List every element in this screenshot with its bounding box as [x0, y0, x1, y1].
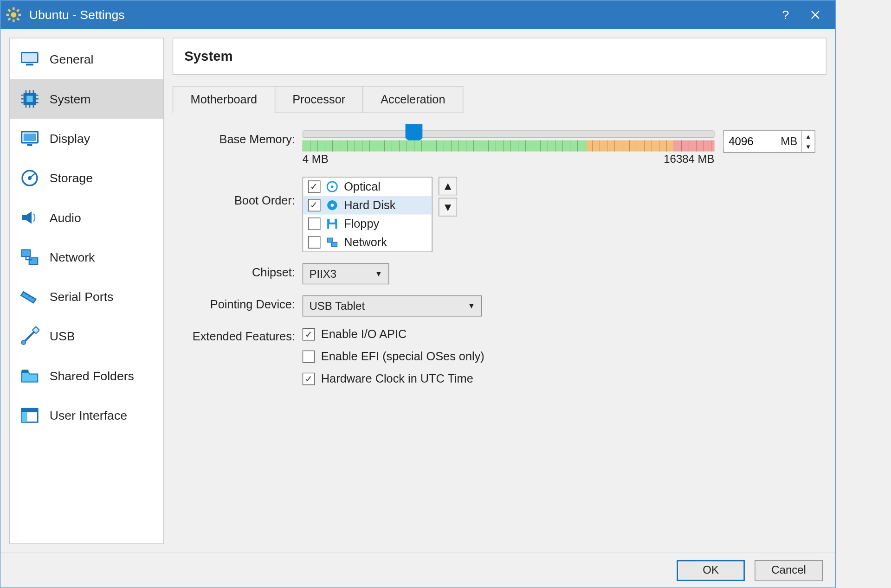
boot-item-optical[interactable]: Optical [303, 178, 432, 196]
arrow-up-icon: ▲ [442, 179, 453, 192]
svg-point-44 [331, 185, 333, 188]
svg-rect-49 [329, 224, 335, 229]
floppy-icon [325, 217, 339, 230]
sidebar-item-label: Serial Ports [50, 290, 155, 304]
io-apic-label: Enable I/O APIC [321, 327, 407, 341]
boot-floppy-checkbox[interactable] [308, 217, 321, 230]
base-memory-unit: MB [781, 135, 801, 148]
svg-rect-32 [22, 250, 31, 257]
tab-acceleration[interactable]: Acceleration [362, 86, 463, 113]
row-pointing-device: Pointing Device: USB Tablet ▼ [173, 295, 815, 316]
sidebar-item-label: General [50, 52, 155, 67]
svg-line-6 [17, 18, 19, 20]
sidebar-item-serial-ports[interactable]: Serial Ports [10, 277, 163, 316]
hard-disk-icon [325, 198, 339, 212]
ok-button[interactable]: OK [677, 560, 745, 581]
sidebar-item-label: System [50, 92, 155, 106]
base-memory-input[interactable] [724, 135, 781, 148]
help-button[interactable]: ? [771, 0, 801, 29]
svg-rect-50 [327, 238, 333, 242]
boot-item-network[interactable]: Network [303, 233, 432, 252]
close-button[interactable] [801, 0, 830, 29]
svg-rect-12 [26, 64, 33, 65]
sidebar-item-network[interactable]: Network [10, 237, 163, 277]
svg-point-0 [11, 12, 17, 18]
svg-point-38 [21, 340, 26, 345]
sidebar-item-display[interactable]: Display [10, 119, 163, 158]
pointing-device-combo[interactable]: USB Tablet ▼ [303, 295, 482, 316]
boot-network-checkbox[interactable] [308, 236, 321, 249]
tab-motherboard[interactable]: Motherboard [173, 86, 275, 113]
spin-down-button[interactable]: ▼ [802, 141, 815, 152]
settings-sidebar: General System Display Storage Audio Net… [9, 38, 164, 544]
base-memory-spinbox[interactable]: MB ▲ ▼ [723, 130, 815, 153]
ui-layout-icon [19, 404, 41, 427]
label-extended-features: Extended Features: [173, 327, 303, 344]
svg-point-36 [32, 297, 33, 299]
svg-rect-42 [22, 412, 27, 422]
sidebar-item-storage[interactable]: Storage [10, 158, 163, 198]
page-title: System [173, 38, 826, 75]
sidebar-item-system[interactable]: System [10, 79, 163, 119]
serial-port-icon [19, 286, 41, 308]
boot-order-list[interactable]: Optical Hard Disk Floppy [303, 177, 433, 252]
svg-rect-41 [22, 409, 38, 412]
feature-io-apic[interactable]: Enable I/O APIC [303, 327, 484, 341]
boot-item-label: Optical [344, 180, 381, 193]
sidebar-item-general[interactable]: General [10, 39, 163, 79]
feature-hw-clock[interactable]: Hardware Clock in UTC Time [303, 372, 484, 385]
efi-label: Enable EFI (special OSes only) [321, 350, 484, 363]
svg-line-8 [17, 9, 19, 11]
boot-item-label: Network [344, 236, 387, 249]
efi-checkbox[interactable] [303, 351, 315, 363]
svg-point-46 [330, 204, 334, 207]
chipset-combo[interactable]: PIIX3 ▼ [303, 263, 389, 284]
sidebar-item-audio[interactable]: Audio [10, 198, 163, 237]
svg-rect-29 [27, 144, 32, 146]
boot-harddisk-checkbox[interactable] [308, 199, 321, 211]
dialog-footer: OK Cancel [0, 553, 835, 588]
usb-icon [19, 325, 41, 347]
label-boot-order: Boot Order: [173, 177, 303, 208]
spin-up-button[interactable]: ▲ [802, 131, 815, 142]
boot-move-down-button[interactable]: ▼ [439, 198, 457, 217]
boot-item-hard-disk[interactable]: Hard Disk [303, 196, 432, 215]
memory-min-label: 4 MB [303, 153, 329, 166]
sidebar-item-usb[interactable]: USB [10, 316, 163, 356]
sidebar-item-label: Audio [50, 211, 155, 225]
label-chipset: Chipset: [173, 263, 303, 280]
svg-rect-48 [329, 219, 335, 223]
svg-rect-10 [22, 52, 38, 62]
sidebar-item-label: Storage [50, 171, 155, 185]
svg-point-35 [28, 295, 30, 297]
label-pointing-device: Pointing Device: [173, 295, 303, 312]
row-chipset: Chipset: PIIX3 ▼ [173, 263, 815, 284]
client-area: General System Display Storage Audio Net… [0, 29, 835, 553]
speaker-icon [19, 206, 41, 229]
base-memory-slider[interactable] [303, 130, 715, 138]
titlebar[interactable]: Ubuntu - Settings ? [0, 0, 835, 29]
memory-max-label: 16384 MB [664, 153, 714, 166]
display-icon [19, 128, 41, 150]
boot-item-label: Hard Disk [344, 198, 395, 212]
arrow-down-icon: ▼ [442, 201, 453, 214]
chevron-down-icon: ▼ [468, 302, 475, 311]
sidebar-item-shared-folders[interactable]: Shared Folders [10, 356, 163, 396]
tab-processor[interactable]: Processor [274, 86, 363, 113]
optical-disc-icon [325, 180, 339, 193]
boot-optical-checkbox[interactable] [308, 180, 321, 193]
boot-item-label: Floppy [344, 217, 379, 230]
io-apic-checkbox[interactable] [303, 328, 315, 341]
hw-clock-label: Hardware Clock in UTC Time [321, 372, 473, 385]
chipset-value: PIIX3 [310, 268, 337, 281]
monitor-icon [19, 48, 41, 70]
sidebar-item-user-interface[interactable]: User Interface [10, 396, 163, 435]
hw-clock-checkbox[interactable] [303, 373, 315, 385]
boot-item-floppy[interactable]: Floppy [303, 215, 432, 233]
feature-efi[interactable]: Enable EFI (special OSes only) [303, 350, 484, 363]
cancel-button[interactable]: Cancel [755, 560, 823, 581]
svg-rect-51 [331, 243, 337, 247]
row-base-memory: Base Memory: 4 MB 16384 MB MB [173, 130, 815, 166]
boot-move-up-button[interactable]: ▲ [439, 177, 457, 195]
svg-rect-39 [22, 370, 29, 373]
